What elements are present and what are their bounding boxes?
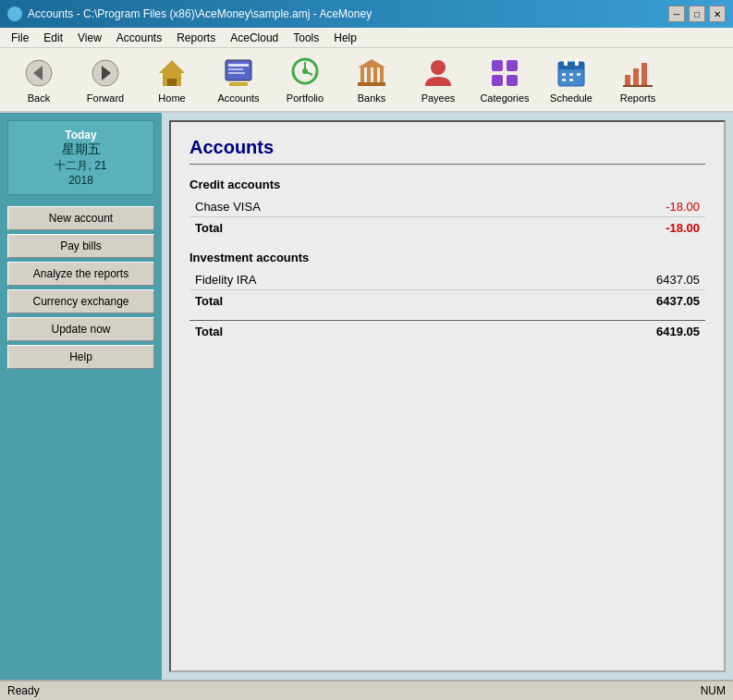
grand-total-table: Total 6419.05 [189,320,705,341]
forward-button[interactable]: Forward [74,51,137,108]
titlebar-controls: ─ □ ✕ [668,6,726,22]
portfolio-button[interactable]: Portfolio [274,51,336,108]
svg-rect-22 [492,75,503,86]
menu-help[interactable]: Help [326,30,364,46]
menubar: File Edit View Accounts Reports AceCloud… [0,28,733,48]
page-title: Accounts [189,137,705,165]
back-button[interactable]: Back [7,51,70,108]
new-account-button[interactable]: New account [7,206,154,230]
svg-rect-27 [575,59,579,66]
schedule-button[interactable]: Schedule [540,51,603,108]
svg-rect-20 [492,60,503,71]
grand-total-label: Total [189,321,404,342]
back-icon [24,58,54,88]
svg-rect-17 [380,68,384,82]
svg-rect-25 [558,62,584,69]
date-chinese: 十二月, 21 [16,158,146,174]
maximize-button[interactable]: □ [689,6,705,22]
menu-acecloud[interactable]: AceCloud [223,30,286,46]
svg-rect-29 [569,73,573,76]
menu-edit[interactable]: Edit [36,30,70,46]
toolbar: Back Forward Home [0,48,733,113]
sidebar-today: Today 星期五 十二月, 21 2018 [7,120,154,195]
menu-accounts[interactable]: Accounts [109,30,169,46]
svg-rect-32 [569,79,573,81]
titlebar: Accounts - C:\Program Files (x86)\AceMon… [0,0,733,28]
investment-total-row: Total 6437.05 [189,290,705,312]
close-button[interactable]: ✕ [709,6,726,22]
minimize-button[interactable]: ─ [668,6,685,22]
currency-exchange-button[interactable]: Currency exchange [7,289,154,313]
statusbar-right: NUM [701,684,726,697]
accounts-icon [222,56,255,90]
credit-account-name-0: Chase VISA [189,197,514,217]
svg-rect-16 [373,68,377,82]
table-row: Fidelity IRA 6437.05 [189,270,705,290]
svg-rect-33 [625,75,630,86]
categories-label: Categories [480,92,529,104]
accounts-toolbar-label: Accounts [217,92,259,104]
svg-rect-8 [228,68,243,70]
menu-view[interactable]: View [70,30,109,46]
menu-file[interactable]: File [4,30,36,46]
year: 2018 [16,174,146,187]
day-chinese: 星期五 [16,141,146,158]
schedule-icon [555,56,588,90]
investment-accounts-table: Fidelity IRA 6437.05 Total 6437.05 [189,270,705,311]
investment-account-name-0: Fidelity IRA [189,270,484,290]
home-icon [155,56,189,90]
categories-icon [488,56,521,90]
svg-rect-31 [562,79,566,81]
svg-marker-13 [358,59,385,68]
credit-accounts-table: Chase VISA -18.00 Total -18.00 [189,197,705,238]
analyze-reports-button[interactable]: Analyze the reports [7,262,154,286]
svg-rect-14 [360,68,364,82]
svg-rect-10 [229,82,248,86]
menu-reports[interactable]: Reports [169,30,223,46]
svg-rect-35 [641,63,647,86]
svg-rect-21 [507,60,518,71]
banks-icon [355,56,388,90]
payees-button[interactable]: Payees [407,51,470,108]
grand-total-row: Total 6419.05 [189,321,705,342]
schedule-label: Schedule [550,92,593,104]
banks-button[interactable]: Banks [340,51,403,108]
main-layout: Today 星期五 十二月, 21 2018 New account Pay b… [0,113,733,680]
svg-rect-23 [507,75,518,86]
banks-label: Banks [358,92,386,104]
svg-rect-9 [228,72,245,74]
categories-button[interactable]: Categories [473,51,536,108]
sidebar: Today 星期五 十二月, 21 2018 New account Pay b… [0,113,162,680]
investment-total-amount: 6437.05 [484,290,706,312]
grand-total-amount: 6419.05 [404,321,705,342]
investment-section-title: Investment accounts [189,251,705,264]
reports-button[interactable]: Reports [606,51,669,108]
credit-total-amount: -18.00 [514,217,705,239]
menu-tools[interactable]: Tools [286,30,326,46]
home-label: Home [158,92,185,104]
svg-rect-15 [367,68,371,82]
svg-rect-34 [633,68,639,86]
pay-bills-button[interactable]: Pay bills [7,234,154,258]
investment-account-amount-0: 6437.05 [484,270,706,290]
help-button[interactable]: Help [7,345,154,369]
svg-point-12 [302,68,308,74]
home-button[interactable]: Home [140,51,203,108]
content-area: Accounts Credit accounts Chase VISA -18.… [169,120,726,672]
portfolio-label: Portfolio [287,92,324,104]
update-now-button[interactable]: Update now [7,317,154,341]
svg-point-19 [431,60,446,75]
svg-rect-18 [358,82,385,86]
investment-total-label: Total [189,290,484,312]
forward-icon [91,58,120,88]
payees-label: Payees [421,92,456,104]
svg-rect-28 [562,73,566,76]
reports-icon [621,56,654,90]
payees-icon [421,56,455,90]
credit-account-amount-0: -18.00 [514,197,705,217]
svg-rect-5 [167,79,177,86]
accounts-toolbar-button[interactable]: Accounts [207,51,270,108]
svg-rect-30 [577,73,580,76]
app-icon [7,6,22,21]
portfolio-icon [288,56,322,90]
